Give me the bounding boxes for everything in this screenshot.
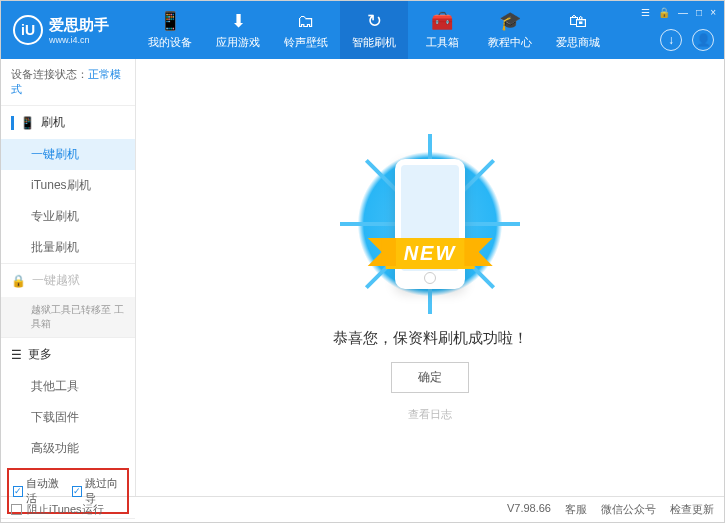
refresh-icon: ↻ (367, 10, 382, 32)
device-status: 设备连接状态：正常模式 (1, 59, 135, 105)
success-illustration: NEW (350, 134, 510, 314)
close-button[interactable]: × (710, 7, 716, 18)
user-circle-icon[interactable]: 👤 (692, 29, 714, 51)
header-actions: ↓ 👤 (660, 29, 714, 51)
nav-tutorials[interactable]: 🎓教程中心 (476, 1, 544, 59)
version-label: V7.98.66 (507, 502, 551, 517)
nav-ringtones[interactable]: 🗂铃声壁纸 (272, 1, 340, 59)
phone-icon: 📱 (20, 116, 35, 130)
app-header: iU 爱思助手 www.i4.cn 📱我的设备 ⬇应用游戏 🗂铃声壁纸 ↻智能刷… (1, 1, 724, 59)
sidebar-download-firmware[interactable]: 下载固件 (1, 402, 135, 433)
folder-icon: 🗂 (297, 11, 315, 32)
app-name: 爱思助手 (49, 16, 109, 35)
check-update-link[interactable]: 检查更新 (670, 502, 714, 517)
block-itunes-checkbox[interactable] (11, 504, 22, 515)
app-logo-icon: iU (13, 15, 43, 45)
window-controls: ☰ 🔒 — □ × (641, 7, 716, 18)
main-content: NEW 恭喜您，保资料刷机成功啦！ 确定 查看日志 (136, 59, 724, 496)
sidebar-flash-header[interactable]: 📱刷机 (1, 106, 135, 139)
sidebar-itunes-flash[interactable]: iTunes刷机 (1, 170, 135, 201)
customer-service-link[interactable]: 客服 (565, 502, 587, 517)
sidebar-one-click-flash[interactable]: 一键刷机 (1, 139, 135, 170)
view-log-link[interactable]: 查看日志 (408, 407, 452, 422)
tutorial-icon: 🎓 (499, 10, 521, 32)
store-icon: 🛍 (569, 11, 587, 32)
sidebar-pro-flash[interactable]: 专业刷机 (1, 201, 135, 232)
sidebar-jailbreak-header: 🔒一键越狱 (1, 264, 135, 297)
ok-button[interactable]: 确定 (391, 362, 469, 393)
main-nav: 📱我的设备 ⬇应用游戏 🗂铃声壁纸 ↻智能刷机 🧰工具箱 🎓教程中心 🛍爱思商城 (136, 1, 724, 59)
settings-menu[interactable]: ☰ (641, 7, 650, 18)
nav-store[interactable]: 🛍爱思商城 (544, 1, 612, 59)
sidebar-batch-flash[interactable]: 批量刷机 (1, 232, 135, 263)
lock-icon: 🔒 (11, 274, 26, 288)
minimize-button[interactable]: — (678, 7, 688, 18)
menu-icon: ☰ (11, 348, 22, 362)
nav-smart-flash[interactable]: ↻智能刷机 (340, 1, 408, 59)
block-itunes-label: 阻止iTunes运行 (27, 502, 104, 517)
wechat-link[interactable]: 微信公众号 (601, 502, 656, 517)
new-ribbon: NEW (386, 238, 475, 269)
toolbox-icon: 🧰 (431, 10, 453, 32)
sidebar-more-header[interactable]: ☰更多 (1, 338, 135, 371)
download-circle-icon[interactable]: ↓ (660, 29, 682, 51)
app-url: www.i4.cn (49, 35, 109, 45)
device-info[interactable]: 📱 iPhone 12 mini 64GB Down-12mini-13,1 (1, 518, 135, 523)
maximize-button[interactable]: □ (696, 7, 702, 18)
lock-icon[interactable]: 🔒 (658, 7, 670, 18)
jailbreak-note: 越狱工具已转移至 工具箱 (1, 297, 135, 337)
logo-area: iU 爱思助手 www.i4.cn (1, 15, 136, 45)
success-message: 恭喜您，保资料刷机成功啦！ (333, 329, 528, 348)
nav-toolbox[interactable]: 🧰工具箱 (408, 1, 476, 59)
sidebar: 设备连接状态：正常模式 📱刷机 一键刷机 iTunes刷机 专业刷机 批量刷机 … (1, 59, 136, 496)
phone-icon: 📱 (159, 10, 181, 32)
nav-my-device[interactable]: 📱我的设备 (136, 1, 204, 59)
nav-apps-games[interactable]: ⬇应用游戏 (204, 1, 272, 59)
sidebar-advanced[interactable]: 高级功能 (1, 433, 135, 464)
download-icon: ⬇ (231, 10, 246, 32)
sidebar-other-tools[interactable]: 其他工具 (1, 371, 135, 402)
